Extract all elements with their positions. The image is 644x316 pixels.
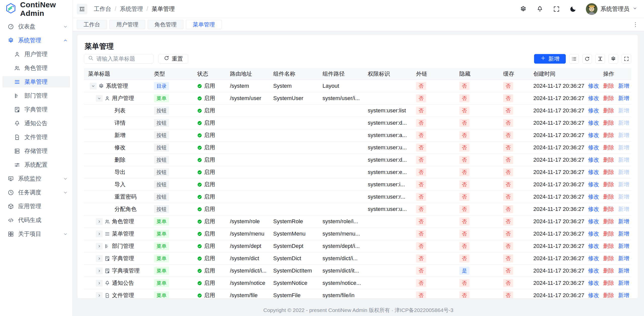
op-edit-link[interactable]: 修改: [588, 279, 599, 287]
op-edit-link[interactable]: 修改: [588, 156, 599, 164]
op-edit-link[interactable]: 修改: [588, 267, 599, 275]
op-delete-link[interactable]: 删除: [603, 107, 614, 114]
op-delete-link[interactable]: 删除: [603, 279, 614, 287]
dark-mode-moon-icon[interactable]: [569, 5, 577, 13]
tree-toggle[interactable]: [96, 95, 103, 102]
sidebar-item-部门管理[interactable]: 部门管理: [0, 89, 72, 103]
row-height-button[interactable]: [595, 54, 605, 64]
op-add-link[interactable]: 新增: [618, 218, 629, 225]
sidebar-collapse-button[interactable]: [77, 4, 87, 14]
op-add-link[interactable]: 新增: [618, 82, 629, 90]
op-edit-link[interactable]: 修改: [588, 107, 599, 114]
op-edit-link[interactable]: 修改: [588, 168, 599, 176]
fullscreen-icon[interactable]: [553, 5, 560, 13]
sidebar-item-文件管理[interactable]: 文件管理: [0, 130, 72, 144]
tab-角色管理[interactable]: 角色管理: [148, 20, 183, 29]
op-edit-link[interactable]: 修改: [588, 82, 599, 90]
sidebar-item-存储管理[interactable]: 存储管理: [0, 144, 72, 158]
column-settings-button[interactable]: [609, 54, 618, 64]
tree-toggle[interactable]: [96, 218, 103, 225]
reset-button[interactable]: 重置: [158, 54, 188, 64]
tree-toggle[interactable]: [96, 243, 103, 250]
list-view-button[interactable]: [569, 54, 579, 64]
op-delete-link[interactable]: 删除: [603, 82, 614, 90]
sidebar-item-仪表盘[interactable]: 仪表盘: [0, 20, 72, 33]
op-add-link[interactable]: 新增: [618, 267, 629, 275]
sidebar-item-角色管理[interactable]: 角色管理: [0, 61, 72, 75]
breadcrumb-item-工作台[interactable]: 工作台: [94, 5, 111, 13]
op-add-link[interactable]: 新增: [618, 230, 629, 238]
op-add-link[interactable]: 新增: [618, 242, 629, 250]
sidebar-item-通知公告[interactable]: 通知公告: [0, 116, 72, 130]
notification-bell-icon[interactable]: [536, 5, 544, 13]
op-edit-link[interactable]: 修改: [588, 181, 599, 188]
op-edit-link[interactable]: 修改: [588, 230, 599, 238]
sidebar-item-菜单管理[interactable]: 菜单管理: [0, 75, 72, 89]
op-edit-link[interactable]: 修改: [588, 255, 599, 262]
op-delete-link[interactable]: 删除: [603, 156, 614, 164]
tab-菜单管理[interactable]: 菜单管理: [186, 20, 222, 29]
cache-badge-cell: 否: [499, 131, 529, 139]
tree-toggle[interactable]: [96, 231, 103, 237]
add-button[interactable]: 新增: [534, 54, 566, 64]
op-edit-link[interactable]: 修改: [588, 144, 599, 151]
tab-more-icon[interactable]: [631, 20, 640, 29]
hidden-badge: 否: [459, 107, 469, 115]
settings-icon: [98, 83, 104, 89]
op-edit-link[interactable]: 修改: [588, 205, 599, 213]
refresh-table-button[interactable]: [582, 54, 592, 64]
op-edit-link[interactable]: 修改: [588, 292, 599, 298]
op-delete-link[interactable]: 删除: [603, 168, 614, 176]
user-menu[interactable]: 系统管理员: [586, 3, 637, 15]
sidebar-item-代码生成[interactable]: 代码生成: [0, 213, 72, 227]
op-delete-link[interactable]: 删除: [603, 95, 614, 102]
menu-title-text: 角色管理: [112, 218, 134, 225]
op-edit-link[interactable]: 修改: [588, 131, 599, 139]
table-fullscreen-button[interactable]: [622, 54, 631, 64]
sidebar-item-系统配置[interactable]: 系统配置: [0, 158, 72, 172]
op-add-link[interactable]: 新增: [618, 255, 629, 262]
op-edit-link[interactable]: 修改: [588, 193, 599, 201]
op-delete-link[interactable]: 删除: [603, 193, 614, 201]
sidebar-item-关于项目[interactable]: 关于项目: [0, 227, 72, 241]
op-delete-link[interactable]: 删除: [603, 267, 614, 275]
breadcrumb-item-系统管理[interactable]: 系统管理: [120, 5, 143, 13]
tree-toggle[interactable]: [96, 267, 103, 274]
tab-用户管理[interactable]: 用户管理: [109, 20, 145, 29]
sidebar-item-用户管理[interactable]: 用户管理: [0, 47, 72, 61]
sidebar-item-系统管理[interactable]: 系统管理: [0, 33, 72, 47]
menu-title-cell: 字典管理: [84, 255, 150, 262]
op-delete-link[interactable]: 删除: [603, 218, 614, 225]
op-edit-link[interactable]: 修改: [588, 95, 599, 102]
tree-toggle[interactable]: [96, 280, 103, 287]
op-delete-link[interactable]: 删除: [603, 242, 614, 250]
op-delete-link[interactable]: 删除: [603, 255, 614, 262]
op-edit-link[interactable]: 修改: [588, 242, 599, 250]
tab-工作台[interactable]: 工作台: [77, 20, 107, 29]
op-delete-link[interactable]: 删除: [603, 131, 614, 139]
sidebar-item-系统监控[interactable]: 系统监控: [0, 172, 72, 186]
op-delete-link[interactable]: 删除: [603, 119, 614, 127]
op-delete-link[interactable]: 删除: [603, 181, 614, 188]
op-delete-link[interactable]: 删除: [603, 205, 614, 213]
tree-toggle[interactable]: [90, 83, 97, 89]
settings-icon[interactable]: [519, 5, 527, 13]
op-delete-link[interactable]: 删除: [603, 292, 614, 298]
op-add-link[interactable]: 新增: [618, 95, 629, 102]
external-link-badge-cell: 否: [412, 168, 455, 176]
sidebar-item-任务调度[interactable]: 任务调度: [0, 186, 72, 199]
op-edit-link[interactable]: 修改: [588, 218, 599, 225]
sidebar-item-应用管理[interactable]: 应用管理: [0, 199, 72, 213]
op-add-link[interactable]: 新增: [618, 279, 629, 287]
op-edit-link[interactable]: 修改: [588, 119, 599, 127]
op-delete-link[interactable]: 删除: [603, 230, 614, 238]
table-row: 字典管理菜单启用/system/dictSystemDictsystem/dic…: [84, 252, 631, 265]
sidebar-item-字典管理[interactable]: 字典管理: [0, 103, 72, 116]
check-circle-icon: [197, 293, 202, 298]
op-delete-link[interactable]: 删除: [603, 144, 614, 151]
tree-toggle[interactable]: [96, 255, 103, 262]
op-add-link[interactable]: 新增: [618, 292, 629, 298]
tree-toggle[interactable]: [96, 292, 103, 298]
search-input[interactable]: [96, 56, 150, 62]
logo[interactable]: ContiNew Admin: [0, 0, 72, 18]
